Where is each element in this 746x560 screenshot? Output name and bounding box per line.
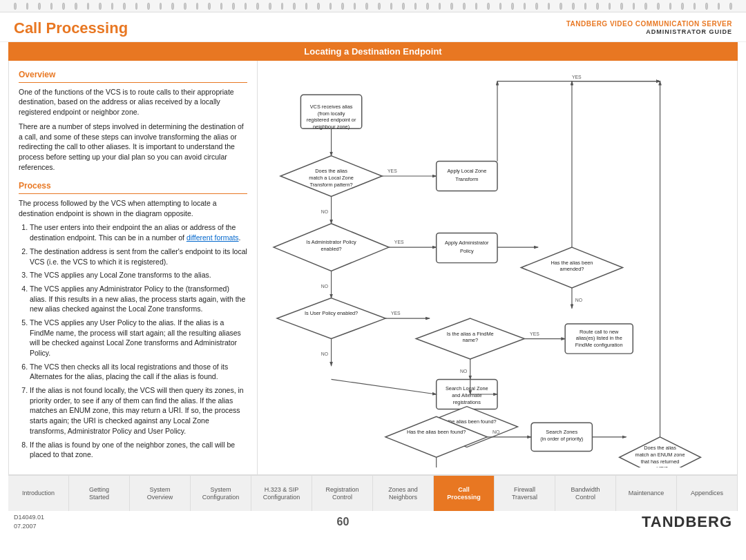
svg-text:match a Local Zone: match a Local Zone [309,175,354,181]
svg-text:match an ENUM zone: match an ENUM zone [635,452,685,458]
svg-text:Has the alias been found?: Has the alias been found? [407,429,466,435]
svg-text:YES: YES [391,311,401,316]
tab-introduction[interactable]: Introduction [8,476,69,511]
svg-text:NO: NO [575,298,582,302]
svg-text:Transform pattern?: Transform pattern? [309,182,352,188]
svg-text:Policy: Policy [460,248,474,254]
tab-system-configuration[interactable]: System Configuration [191,476,251,511]
svg-text:Is User Policy enabled?: Is User Policy enabled? [305,310,358,316]
tab-call-processing[interactable]: Call Processing [434,476,495,511]
process-list: The user enters into their endpoint the … [30,222,247,459]
overview-para-2: There are a number of steps involved in … [19,122,247,172]
svg-text:Search Local Zone: Search Local Zone [446,385,488,392]
process-step-8: If the alias is found by one of the neig… [30,440,247,460]
svg-text:NO: NO [321,209,328,214]
process-step-6: The VCS then checks all its local regist… [30,362,247,382]
svg-text:NO: NO [321,284,328,289]
svg-text:(from locally: (from locally [318,110,345,117]
overview-section: Overview One of the functions of the VCS… [19,69,247,172]
spiral-binding [0,0,746,12]
right-panel: VCS receives alias (from locally registe… [258,61,737,474]
svg-text:(in order of priority): (in order of priority) [540,436,583,442]
svg-text:NO: NO [492,429,499,434]
tab-maintenance[interactable]: Maintenance [616,476,677,511]
svg-text:a URI?: a URI? [652,465,668,467]
svg-marker-39 [277,298,385,339]
svg-text:and Alternate: and Alternate [452,392,481,398]
process-step-5: The VCS applies any User Policy to the a… [30,318,247,358]
process-step-2: The destination address is sent from the… [30,247,247,267]
page-number: 60 [337,516,350,528]
svg-text:YES: YES [572,75,582,79]
svg-text:NO: NO [321,351,328,356]
svg-text:Route call to new: Route call to new [580,329,619,335]
footer-brand: TANDBERG [642,513,732,531]
svg-text:Has the alias been: Has the alias been [551,260,593,266]
overview-heading: Overview [19,69,247,83]
bottom-tabs: Introduction Getting Started System Over… [8,475,738,511]
different-formats-link[interactable]: different formats [186,233,239,242]
svg-text:Transform: Transform [455,176,478,182]
tab-bandwidth-control[interactable]: Bandwidth Control [555,476,616,511]
svg-text:Apply Administrator: Apply Administrator [445,240,489,246]
process-step-7: If the alias is not found locally, the V… [30,385,247,436]
svg-text:YES: YES [394,240,404,244]
svg-text:amended?: amended? [560,266,584,272]
svg-text:VCS receives alias: VCS receives alias [310,104,353,110]
section-title-bar: Locating a Destination Endpoint [8,42,738,61]
brand-line: TANDBERG VIDEO COMMUNICATION SERVER [566,19,732,28]
footer-doc-info: D14049.01 07.2007 [14,513,44,530]
svg-text:registrations: registrations [453,399,481,405]
tab-h323-sip[interactable]: H.323 & SIP Configuration [251,476,312,511]
svg-text:Is Administrator Policy: Is Administrator Policy [306,239,356,245]
process-step-3: The VCS applies any Local Zone transform… [30,270,247,280]
tab-registration-control[interactable]: Registration Control [312,476,373,511]
header-right: TANDBERG VIDEO COMMUNICATION SERVER ADMI… [566,19,732,37]
guide-label: ADMINISTRATOR GUIDE [566,28,732,37]
svg-text:Does the alias: Does the alias [315,168,347,174]
process-step-4: The VCS applies any Administrator Policy… [30,284,247,314]
process-section: Process The process followed by the VCS … [19,180,247,460]
process-heading: Process [19,180,247,194]
tab-getting-started[interactable]: Getting Started [69,476,130,511]
tab-appendices[interactable]: Appendices [677,476,738,511]
page-header: Call Processing TANDBERG VIDEO COMMUNICA… [0,12,746,42]
svg-text:that has returned: that has returned [641,458,680,465]
process-step-1: The user enters into their endpoint the … [30,222,247,242]
svg-text:YES: YES [530,331,539,336]
main-content: Overview One of the functions of the VCS… [8,61,738,475]
svg-text:Search Zones: Search Zones [546,429,577,435]
svg-text:YES: YES [388,168,397,173]
page-footer: D14049.01 07.2007 60 TANDBERG [0,511,746,533]
page-title: Call Processing [14,19,128,37]
flowchart: VCS receives alias (from locally registe… [265,68,730,467]
tab-zones-neighbors[interactable]: Zones and Neighbors [373,476,434,511]
svg-text:registered endpoint or: registered endpoint or [307,117,356,123]
svg-text:Does the alias: Does the alias [644,445,676,451]
overview-para-1: One of the functions of the VCS is to ro… [19,87,247,117]
svg-text:Apply Local Zone: Apply Local Zone [447,168,486,174]
svg-line-60 [332,379,437,394]
process-intro: The process followed by the VCS when att… [19,198,247,218]
tab-firewall-traversal[interactable]: Firewall Traversal [495,476,555,511]
left-panel: Overview One of the functions of the VCS… [9,61,258,474]
svg-text:Is the alias a FindMe: Is the alias a FindMe [447,331,494,337]
svg-text:alias(es) listed in the: alias(es) listed in the [576,335,622,341]
svg-text:name?: name? [462,337,478,343]
tab-system-overview[interactable]: System Overview [130,476,191,511]
svg-text:enabled?: enabled? [321,246,341,252]
doc-number: D14049.01 [14,513,44,522]
svg-text:FindMe configuration: FindMe configuration [575,342,623,348]
doc-date: 07.2007 [14,522,44,531]
svg-text:NO: NO [460,369,467,374]
